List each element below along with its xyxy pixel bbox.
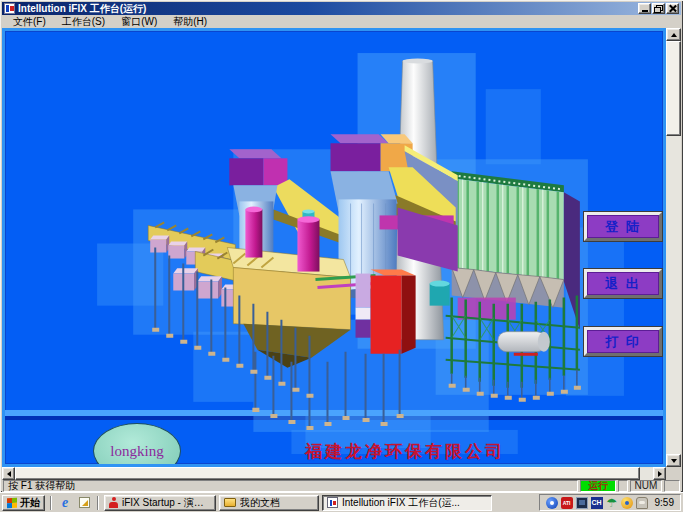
taskbar: 开始 e iFIX Startup - 演示方式 我的文档 Intellutio…	[0, 492, 683, 512]
scrollbar-corner	[666, 467, 681, 480]
logo-text: longking	[110, 443, 163, 460]
status-bar: 按 F1 获得帮助 运行 NUM	[2, 480, 681, 492]
horizontal-scrollbar[interactable]	[2, 467, 666, 480]
scroll-left-button[interactable]	[2, 467, 15, 480]
tray-antivirus-umbrella-icon[interactable]: ☂	[606, 497, 618, 509]
status-help-text: 按 F1 获得帮助	[3, 480, 578, 492]
menu-help[interactable]: 帮助(H)	[165, 15, 215, 28]
cyan-tank	[430, 281, 450, 306]
window-controls	[638, 3, 679, 14]
folder-icon	[224, 498, 236, 507]
company-name: 福建龙净环保有限公司	[230, 440, 580, 463]
start-label: 开始	[20, 496, 40, 510]
start-button[interactable]: 开始	[2, 495, 45, 511]
login-button[interactable]: 登 陆	[584, 212, 662, 241]
ifix-icon	[327, 497, 338, 508]
status-spacer-panel	[664, 480, 680, 492]
tray-display-icon[interactable]	[576, 497, 588, 509]
run-mode-indicator: 运行	[580, 480, 616, 492]
task-my-documents[interactable]: 我的文档	[219, 495, 319, 511]
minimize-button[interactable]	[638, 3, 651, 14]
tray-input-method-indicator[interactable]: CH	[591, 497, 603, 509]
tray-ati-icon[interactable]: ATI	[561, 497, 573, 509]
close-button[interactable]	[666, 3, 679, 14]
print-button[interactable]: 打 印	[584, 327, 662, 356]
task-ifix-workspace[interactable]: Intellution iFIX 工作台(运...	[322, 495, 492, 511]
windows-logo-icon	[7, 497, 17, 508]
show-desktop-icon[interactable]	[76, 495, 92, 511]
window-title: Intellution iFIX 工作台(运行)	[18, 2, 635, 15]
status-spacer-panel	[618, 480, 628, 492]
scroll-right-button[interactable]	[653, 467, 666, 480]
arrow-right-icon	[658, 471, 665, 477]
tray-bird-icon[interactable]	[621, 497, 633, 509]
app-icon	[4, 3, 15, 14]
arrow-left-icon	[4, 471, 11, 477]
hmi-picture-area: longking 福建龙净环保有限公司 登 陆 退 出 打 印	[2, 28, 666, 467]
taskbar-separator	[97, 496, 99, 510]
scroll-down-button[interactable]	[666, 454, 681, 467]
ifix-workspace-window: Intellution iFIX 工作台(运行) 文件(F) 工作台(S) 窗口…	[0, 0, 683, 492]
exit-button[interactable]: 退 出	[584, 269, 662, 298]
menu-window[interactable]: 窗口(W)	[113, 15, 165, 28]
arrow-up-icon	[671, 30, 677, 37]
ifix-startup-icon	[109, 497, 118, 508]
arrow-down-icon	[671, 459, 677, 466]
plant-3d-rendering	[5, 31, 663, 464]
vertical-scrollbar[interactable]	[666, 28, 681, 467]
system-tray: ATI CH ☂ 9:59	[539, 494, 681, 511]
vertical-scroll-thumb[interactable]	[666, 41, 681, 136]
task-ifix-startup[interactable]: iFIX Startup - 演示方式	[104, 495, 216, 511]
tray-blue-icon[interactable]	[546, 497, 558, 509]
taskbar-clock[interactable]: 9:59	[655, 497, 674, 508]
close-icon	[669, 5, 677, 13]
restore-button[interactable]	[652, 3, 665, 14]
menu-workspace[interactable]: 工作台(S)	[54, 15, 113, 28]
taskbar-separator	[50, 496, 52, 510]
horizontal-scroll-thumb[interactable]	[15, 467, 640, 480]
restore-icon	[654, 5, 663, 13]
title-bar[interactable]: Intellution iFIX 工作台(运行)	[2, 2, 681, 15]
menu-bar: 文件(F) 工作台(S) 窗口(W) 帮助(H)	[2, 15, 681, 28]
internet-explorer-icon[interactable]: e	[57, 495, 73, 511]
menu-file[interactable]: 文件(F)	[5, 15, 54, 28]
minimize-icon	[642, 10, 648, 12]
num-lock-indicator: NUM	[630, 480, 662, 492]
tray-hand-icon[interactable]	[636, 497, 648, 509]
scroll-up-button[interactable]	[666, 28, 681, 41]
